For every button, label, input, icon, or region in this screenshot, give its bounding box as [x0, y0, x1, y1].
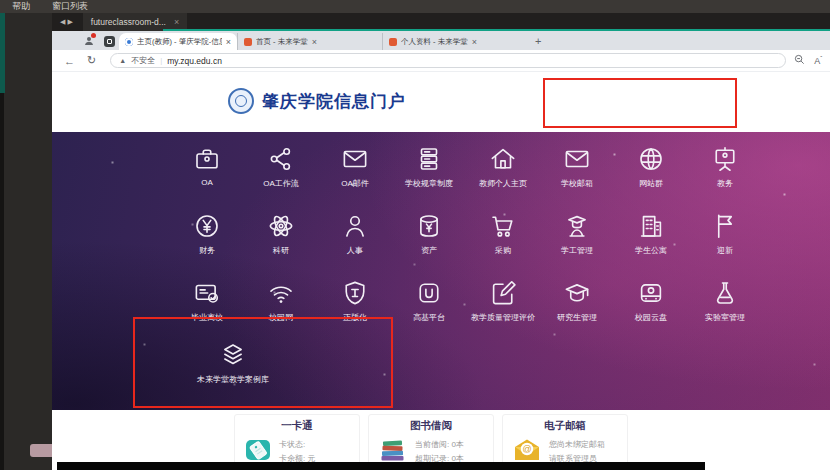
service-label: 网站群: [639, 178, 663, 189]
card-check-icon: [192, 276, 222, 310]
home-icon: [488, 142, 518, 176]
presentation-icon: [710, 142, 740, 176]
service-label: 实验室管理: [705, 312, 745, 323]
svg-text:@: @: [522, 444, 531, 454]
service-item-20[interactable]: 教学质量管理评价: [466, 276, 540, 343]
person-icon: [340, 209, 370, 243]
portal-brand[interactable]: 肇庆学院信息门户: [228, 88, 406, 114]
card-line: 卡状态:: [279, 439, 315, 450]
student-icon: [562, 209, 592, 243]
browser-toolbar: ← ↻ ▲ 不安全 | my.zqu.edu.cn Aˆ: [52, 50, 830, 72]
grad-cap-icon: [562, 276, 592, 310]
close-icon[interactable]: ×: [174, 17, 179, 27]
service-item-8[interactable]: 财务: [170, 209, 244, 276]
card-title: 电子邮箱: [503, 419, 627, 433]
info-card-2[interactable]: 电子邮箱@您尚未绑定邮箱请联系管理员: [502, 414, 628, 468]
url-text[interactable]: my.zqu.edu.cn: [167, 56, 222, 66]
desktop-accent-strip: [0, 13, 5, 93]
address-bar[interactable]: ▲ 不安全 | my.zqu.edu.cn: [110, 53, 786, 68]
service-label: 教学质量管理评价: [471, 312, 535, 323]
service-label: 研究生管理: [557, 312, 597, 323]
card-line: 当前借阅: 0本: [415, 439, 464, 450]
wifi-icon: [266, 276, 296, 310]
service-item-11[interactable]: 资产: [392, 209, 466, 276]
tab-zqu-portal[interactable]: 主页(教师) - 肇庆学院-信息门户 ×: [119, 33, 237, 50]
zqu-favicon: [125, 38, 133, 46]
service-item-0[interactable]: OA: [170, 142, 244, 209]
service-label: 财务: [199, 245, 215, 256]
service-item-2[interactable]: OA邮件: [318, 142, 392, 209]
info-card-1[interactable]: 图书借阅当前借阅: 0本超期记录: 0本: [368, 414, 494, 468]
zoom-out-icon[interactable]: [794, 54, 805, 67]
service-label: 正版化: [343, 312, 367, 323]
workspaces-icon[interactable]: [102, 34, 116, 48]
service-label: 教务: [717, 178, 733, 189]
divider: |: [160, 56, 162, 65]
security-label: 不安全: [131, 55, 155, 66]
card-title: 一卡通: [235, 419, 359, 433]
service-label: 学校邮箱: [561, 178, 593, 189]
database-yen-icon: [414, 209, 444, 243]
service-item-18[interactable]: 正版化: [318, 276, 392, 343]
service-item-19[interactable]: 高基平台: [392, 276, 466, 343]
service-item-5[interactable]: 学校邮箱: [540, 142, 614, 209]
service-item-23[interactable]: 实验室管理: [688, 276, 762, 343]
screen: 帮助 窗口列表 ◀▶ futureclassroom-d... × 主页(教师)…: [0, 0, 830, 470]
service-label: 学工管理: [561, 245, 593, 256]
service-item-13[interactable]: 学工管理: [540, 209, 614, 276]
service-label: 毕业离校: [191, 312, 223, 323]
refresh-icon[interactable]: ↻: [87, 54, 96, 67]
service-item-14[interactable]: 学生公寓: [614, 209, 688, 276]
service-item-16[interactable]: 毕业离校: [170, 276, 244, 343]
info-card-0[interactable]: 一卡通卡状态:卡余额: 元: [234, 414, 360, 468]
card-line: 您尚未绑定邮箱: [549, 439, 605, 450]
service-item-17[interactable]: 校园网: [244, 276, 318, 343]
service-item-21[interactable]: 研究生管理: [540, 276, 614, 343]
close-icon[interactable]: ×: [312, 37, 317, 47]
profile-icon[interactable]: [82, 34, 96, 48]
text-size-icon[interactable]: Aˆ: [814, 55, 822, 66]
service-item-10[interactable]: 人事: [318, 209, 392, 276]
notification-dot: [91, 33, 96, 38]
portal-header: 肇庆学院信息门户 欢迎您！未来学堂教学案例库 修改密码 退出: [52, 72, 830, 132]
close-icon[interactable]: ×: [472, 37, 477, 47]
atom-icon: [266, 209, 296, 243]
tab-future-classroom-home[interactable]: 首页 - 未来学堂 ×: [237, 33, 382, 50]
menu-window-list[interactable]: 窗口列表: [52, 0, 88, 13]
services-banner: OAOA工作流OA邮件学校规章制度教师个人主页学校邮箱网站群教务财务科研人事资产…: [52, 132, 830, 410]
service-label: 资产: [421, 245, 437, 256]
back-icon[interactable]: ←: [64, 55, 75, 67]
service-item-22[interactable]: 校园云盘: [614, 276, 688, 343]
u-square-icon: [414, 276, 444, 310]
tab-future-classroom-profile[interactable]: 个人资料 - 未来学堂 ×: [382, 33, 527, 50]
star-decoration: [52, 132, 53, 133]
service-item-future-classroom-case-library[interactable]: 未来学堂教学案例库: [178, 338, 288, 385]
service-item-15[interactable]: 迎新: [688, 209, 762, 276]
service-label: 教师个人主页: [479, 178, 527, 189]
menu-help[interactable]: 帮助: [12, 0, 30, 13]
service-item-9[interactable]: 科研: [244, 209, 318, 276]
redaction-bar: [57, 462, 705, 470]
desktop-side-panel: [0, 13, 52, 470]
service-label: 校园云盘: [635, 312, 667, 323]
tab-nav-arrows[interactable]: ◀▶: [60, 18, 75, 26]
new-tab-button[interactable]: +: [535, 35, 541, 47]
service-item-7[interactable]: 教务: [688, 142, 762, 209]
envelope-icon: [562, 142, 592, 176]
service-item-12[interactable]: 采购: [466, 209, 540, 276]
service-label: 学校规章制度: [405, 178, 453, 189]
edit-icon: [488, 276, 518, 310]
close-icon[interactable]: ×: [226, 37, 231, 47]
warning-icon[interactable]: ▲: [119, 57, 126, 64]
share-nodes-icon: [266, 142, 296, 176]
briefcase-icon: [192, 142, 222, 176]
service-item-4[interactable]: 教师个人主页: [466, 142, 540, 209]
services-grid: OAOA工作流OA邮件学校规章制度教师个人主页学校邮箱网站群教务财务科研人事资产…: [170, 142, 764, 343]
layers-icon: [218, 338, 248, 372]
tab-title: 个人资料 - 未来学堂: [401, 37, 468, 47]
service-item-1[interactable]: OA工作流: [244, 142, 318, 209]
quick-info-section: 一卡通卡状态:卡余额: 元图书借阅当前借阅: 0本超期记录: 0本电子邮箱@您尚…: [52, 410, 830, 470]
service-item-3[interactable]: 学校规章制度: [392, 142, 466, 209]
service-label: 迎新: [717, 245, 733, 256]
service-item-6[interactable]: 网站群: [614, 142, 688, 209]
